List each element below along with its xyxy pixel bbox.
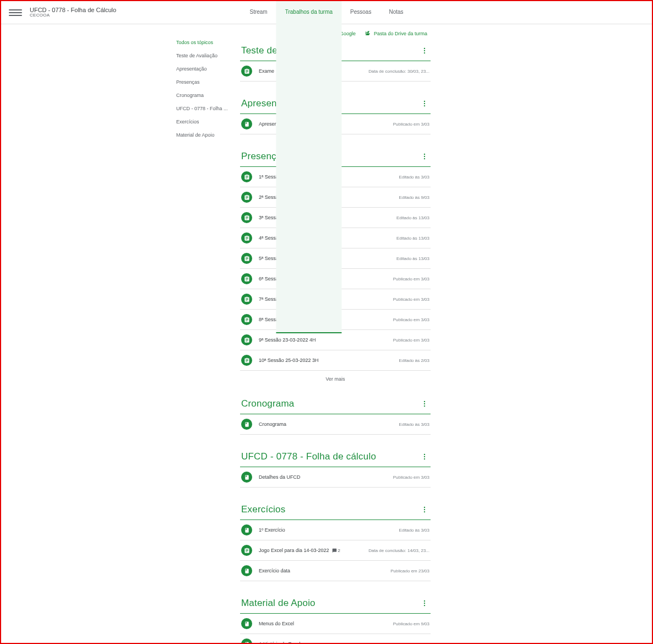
- section-more-button[interactable]: [420, 399, 429, 409]
- classwork-row[interactable]: 1º ExercícioEditado às 3/03: [240, 520, 431, 540]
- svg-point-2: [424, 48, 425, 49]
- row-meta: Publicado em 3/03: [393, 642, 429, 645]
- sidebar-item[interactable]: Material de Apoio: [176, 132, 231, 138]
- svg-point-19: [424, 511, 425, 512]
- svg-point-18: [424, 509, 425, 510]
- row-meta: Publicado em 23/03: [390, 569, 429, 573]
- svg-point-11: [424, 401, 425, 402]
- section-exercicios: Exercícios1º ExercícioEditado às 3/03Jog…: [240, 502, 431, 581]
- assignment-icon: [241, 355, 252, 366]
- svg-point-14: [424, 454, 425, 455]
- section-more-button[interactable]: [420, 151, 429, 161]
- tab-classwork[interactable]: Trabalhos da turma: [276, 0, 341, 333]
- section-material: Material de ApoioMenus do ExcelPublicado…: [240, 596, 431, 644]
- classwork-row[interactable]: Detalhes da UFCDPublicado em 3/03: [240, 467, 431, 488]
- row-title: 9ª Sessão 23-03-2022 4H: [259, 337, 393, 343]
- row-meta: Publicado em 3/03: [393, 338, 429, 343]
- tab-people[interactable]: Pessoas: [341, 0, 380, 333]
- classwork-row[interactable]: Menus do ExcelPublicado em 9/03: [240, 614, 431, 634]
- assignment-icon: [241, 545, 252, 556]
- section-more-button[interactable]: [420, 99, 429, 109]
- svg-point-15: [424, 456, 425, 457]
- row-title: Menus do Excel: [259, 621, 393, 626]
- svg-point-8: [424, 154, 425, 155]
- section-header[interactable]: UFCD - 0778 - Folha de cálculo: [240, 449, 431, 467]
- row-meta: Editado às 2/03: [399, 358, 429, 363]
- sidebar-item[interactable]: Apresentação: [176, 66, 231, 72]
- section-header[interactable]: Exercícios: [240, 502, 431, 520]
- topics-sidebar: Todos os tópicosTeste de AvaliaçãoAprese…: [176, 40, 237, 138]
- svg-point-9: [424, 156, 425, 157]
- section-header[interactable]: Material de Apoio: [240, 596, 431, 614]
- material-icon: [241, 524, 252, 535]
- sidebar-item[interactable]: Cronograma: [176, 93, 231, 98]
- classwork-row[interactable]: A História do ExcelPublicado em 3/03: [240, 634, 431, 644]
- classwork-row[interactable]: Jogo Excel para dia 14-03-20222Data de c…: [240, 540, 431, 561]
- section-more-button[interactable]: [420, 505, 429, 515]
- svg-point-13: [424, 405, 425, 407]
- svg-point-6: [424, 103, 425, 104]
- svg-point-10: [424, 158, 425, 159]
- svg-point-12: [424, 403, 425, 404]
- row-meta: Editado às 3/03: [399, 528, 429, 533]
- sidebar-item[interactable]: Teste de Avaliação: [176, 53, 231, 58]
- section-title: UFCD - 0778 - Folha de cálculo: [241, 451, 376, 462]
- tab-grades[interactable]: Notas: [380, 0, 412, 333]
- comment-count: 2: [332, 548, 340, 553]
- svg-point-17: [424, 507, 425, 508]
- material-icon: [241, 618, 252, 629]
- material-icon: [241, 472, 252, 483]
- tab-stream[interactable]: Stream: [241, 0, 276, 333]
- svg-point-16: [424, 458, 425, 459]
- material-icon: [241, 565, 252, 576]
- section-title: Cronograma: [241, 398, 295, 409]
- classwork-row[interactable]: 10ª Sessão 25-03-2022 3HEditado às 2/03: [240, 350, 431, 371]
- material-icon: [241, 419, 252, 430]
- section-title: Exercícios: [241, 504, 285, 515]
- row-meta: Editado às 3/03: [399, 422, 429, 427]
- section-more-button[interactable]: [420, 598, 429, 608]
- row-title: 10ª Sessão 25-03-2022 3H: [259, 358, 399, 363]
- sidebar-item[interactable]: Exercícios: [176, 119, 231, 125]
- section-title: Material de Apoio: [241, 598, 315, 609]
- section-more-button[interactable]: [420, 46, 429, 56]
- section-cronograma: CronogramaCronogramaEditado às 3/03: [240, 396, 431, 435]
- show-more-button[interactable]: Ver mais: [240, 371, 431, 382]
- row-title: Detalhes da UFCD: [259, 474, 393, 480]
- sidebar-item[interactable]: Todos os tópicos: [176, 40, 231, 45]
- svg-point-21: [424, 603, 425, 604]
- section-more-button[interactable]: [420, 452, 429, 462]
- section-ufcd: UFCD - 0778 - Folha de cálculoDetalhes d…: [240, 449, 431, 488]
- row-title: Jogo Excel para dia 14-03-20222: [259, 548, 368, 553]
- material-icon: [241, 638, 252, 644]
- row-title: Exercício data: [259, 568, 390, 573]
- sidebar-item[interactable]: UFCD - 0778 - Folha ...: [176, 106, 231, 111]
- sidebar-item[interactable]: Presenças: [176, 79, 231, 85]
- class-title-wrap[interactable]: UFCD - 0778 - Folha de Cálculo CECOOA: [30, 7, 116, 18]
- svg-point-22: [424, 605, 425, 606]
- row-meta: Publicado em 3/03: [393, 475, 429, 480]
- svg-point-4: [424, 52, 425, 53]
- row-title: A História do Excel: [259, 641, 393, 644]
- svg-point-20: [424, 600, 425, 602]
- class-subtitle: CECOOA: [30, 13, 116, 18]
- section-header[interactable]: Cronograma: [240, 396, 431, 414]
- row-meta: Data de conclusão: 14/03, 23...: [368, 548, 429, 553]
- classwork-row[interactable]: CronogramaEditado às 3/03: [240, 414, 431, 435]
- svg-point-5: [424, 101, 425, 102]
- menu-button[interactable]: [9, 6, 22, 19]
- svg-point-7: [424, 105, 425, 106]
- assignment-icon: [241, 334, 252, 345]
- header: UFCD - 0778 - Folha de Cálculo CECOOA St…: [1, 1, 652, 24]
- svg-point-3: [424, 50, 425, 51]
- nav-tabs: Stream Trabalhos da turma Pessoas Notas: [241, 0, 412, 333]
- classwork-row[interactable]: Exercício dataPublicado em 23/03: [240, 561, 431, 581]
- row-meta: Publicado em 9/03: [393, 621, 429, 626]
- row-title: Cronograma: [259, 421, 399, 427]
- row-title: 1º Exercício: [259, 527, 399, 533]
